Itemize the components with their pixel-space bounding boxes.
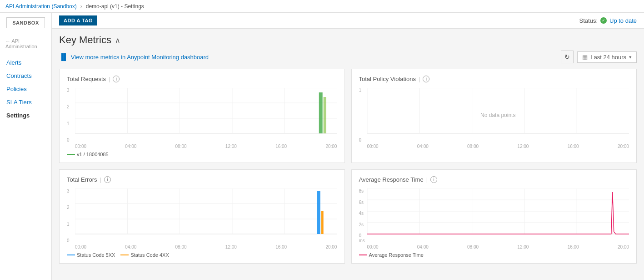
total-requests-title-row: Total Requests | i xyxy=(67,76,337,82)
sidebar-divider xyxy=(0,54,51,54)
avg-response-time-title: Average Response Time xyxy=(359,176,424,183)
total-requests-y-axis: 0 1 2 3 xyxy=(67,88,75,143)
total-policy-violations-info-icon[interactable]: i xyxy=(423,76,429,82)
total-requests-card: Total Requests | i 0 1 2 3 xyxy=(59,69,345,163)
sidebar: SANDBOX ← API Administration Alerts Cont… xyxy=(0,13,52,280)
svg-rect-30 xyxy=(317,191,320,234)
svg-rect-10 xyxy=(319,92,323,133)
total-policy-violations-card: Total Policy Violations | i 0 1 xyxy=(351,69,637,163)
sidebar-item-alerts[interactable]: Alerts xyxy=(0,56,51,69)
total-errors-info-icon[interactable]: i xyxy=(104,176,111,183)
total-policy-violations-title-row: Total Policy Violations | i xyxy=(359,76,629,82)
dropdown-arrow-icon: ▾ xyxy=(629,54,632,60)
breadcrumb-separator: › xyxy=(80,3,82,10)
top-bar: ADD A TAG Status: Up to date xyxy=(52,13,644,29)
sidebar-nav: Alerts Contracts Policies SLA Tiers Sett… xyxy=(0,56,51,122)
main-content: ADD A TAG Status: Up to date Key Metrics… xyxy=(52,13,644,280)
sidebar-item-sla-tiers[interactable]: SLA Tiers xyxy=(0,96,51,109)
total-errors-x-axis: 00:00 04:00 08:00 12:00 16:00 20:00 xyxy=(67,244,337,249)
page-title: demo-api (v1) - Settings xyxy=(86,3,144,10)
monitoring-link[interactable]: ▐▌ View more metrics in Anypoint Monitor… xyxy=(59,53,209,61)
total-errors-card: Total Errors | i 0 1 2 3 xyxy=(59,169,345,264)
total-errors-legend: Status Code 5XX Status Code 4XX xyxy=(67,252,337,258)
legend-line-avg-response xyxy=(359,255,367,255)
total-policy-violations-y-axis: 0 1 xyxy=(359,88,367,143)
total-errors-y-axis: 0 1 2 3 xyxy=(67,188,75,243)
total-policy-violations-title: Total Policy Violations xyxy=(359,76,416,82)
time-controls: ↻ ▦ Last 24 hours ▾ xyxy=(561,51,637,63)
refresh-button[interactable]: ↻ xyxy=(561,51,574,63)
monitoring-link-bar: ▐▌ View more metrics in Anypoint Monitor… xyxy=(59,51,637,63)
total-errors-title-row: Total Errors | i xyxy=(67,176,337,183)
sidebar-item-policies[interactable]: Policies xyxy=(0,82,51,96)
svg-rect-11 xyxy=(324,97,326,133)
api-admin-link[interactable]: API Administration (Sandbox) xyxy=(5,3,77,10)
avg-response-time-y-axis: 0 ms 2s 4s 6s 8s xyxy=(359,188,367,243)
total-requests-legend: v1 / 18004085 xyxy=(67,152,337,157)
total-requests-plot xyxy=(75,88,337,143)
total-requests-x-axis: 00:00 04:00 08:00 12:00 16:00 20:00 xyxy=(67,144,337,149)
collapse-icon[interactable]: ∧ xyxy=(115,36,120,45)
avg-response-time-chart: 0 ms 2s 4s 6s 8s xyxy=(359,188,629,243)
status-dot-icon xyxy=(600,17,607,24)
legend-line-4xx xyxy=(120,255,129,255)
total-requests-info-icon[interactable]: i xyxy=(113,76,120,82)
status-link[interactable]: Up to date xyxy=(609,17,637,24)
monitoring-link-text: View more metrics in Anypoint Monitoring… xyxy=(71,54,209,61)
avg-response-time-x-axis: 00:00 04:00 08:00 12:00 16:00 20:00 xyxy=(359,244,629,249)
total-requests-chart: 0 1 2 3 xyxy=(67,88,337,143)
status-area: Status: Up to date xyxy=(579,17,637,24)
calendar-icon: ▦ xyxy=(582,54,588,61)
total-policy-violations-x-axis: 00:00 04:00 08:00 12:00 16:00 20:00 xyxy=(359,144,629,149)
chart-bar-icon: ▐▌ xyxy=(59,53,68,61)
add-tag-button[interactable]: ADD A TAG xyxy=(59,15,97,25)
total-policy-violations-plot: No data points xyxy=(367,88,629,143)
refresh-icon: ↻ xyxy=(564,53,570,61)
avg-response-time-title-row: Average Response Time | i xyxy=(359,176,629,183)
total-errors-plot xyxy=(75,188,337,243)
total-requests-title: Total Requests xyxy=(67,76,106,82)
sandbox-button[interactable]: SANDBOX xyxy=(6,17,45,28)
sidebar-section-label: ← API Administration xyxy=(0,36,51,52)
avg-response-time-legend: Average Response Time xyxy=(359,252,629,258)
sidebar-item-settings[interactable]: Settings xyxy=(0,109,51,122)
legend-line-5xx xyxy=(67,255,75,255)
content-body: Key Metrics ∧ ▐▌ View more metrics in An… xyxy=(52,29,644,269)
app-header: API Administration (Sandbox) › demo-api … xyxy=(0,0,644,13)
key-metrics-header: Key Metrics ∧ xyxy=(59,34,637,46)
total-policy-violations-chart: 0 1 xyxy=(359,88,629,143)
time-range-label: Last 24 hours xyxy=(590,54,626,61)
charts-grid: Total Requests | i 0 1 2 3 xyxy=(59,69,637,264)
key-metrics-title: Key Metrics xyxy=(59,34,111,46)
avg-response-time-card: Average Response Time | i 0 ms 2s 4s 6s … xyxy=(351,169,637,264)
sidebar-item-contracts[interactable]: Contracts xyxy=(0,69,51,82)
total-errors-chart: 0 1 2 3 xyxy=(67,188,337,243)
time-range-button[interactable]: ▦ Last 24 hours ▾ xyxy=(577,51,637,63)
avg-response-time-info-icon[interactable]: i xyxy=(430,176,437,183)
total-errors-title: Total Errors xyxy=(67,176,97,183)
svg-rect-31 xyxy=(321,211,324,234)
legend-line-v1 xyxy=(67,154,75,155)
status-prefix: Status: xyxy=(579,17,598,24)
avg-response-time-plot xyxy=(367,188,629,243)
